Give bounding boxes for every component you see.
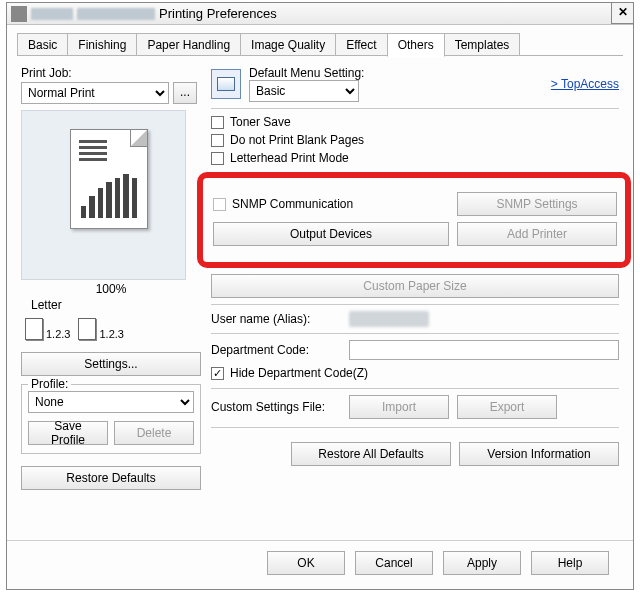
- window-title: Printing Preferences: [159, 6, 277, 21]
- tab-strip: Basic Finishing Paper Handling Image Qua…: [7, 25, 633, 56]
- default-menu-label: Default Menu Setting:: [249, 66, 364, 80]
- dialog-footer: OK Cancel Apply Help: [7, 540, 633, 589]
- snmp-communication-checkbox[interactable]: SNMP Communication: [213, 197, 449, 211]
- print-job-select[interactable]: Normal Print: [21, 82, 169, 104]
- highlight-box: [197, 172, 631, 268]
- tab-others[interactable]: Others: [387, 33, 445, 57]
- tab-templates[interactable]: Templates: [444, 33, 521, 56]
- profile-legend: Profile:: [28, 377, 71, 391]
- copies-row: 1.2.3 1.2.3: [25, 318, 197, 340]
- copies-stack-2: 1.2.3: [78, 318, 123, 340]
- snmp-settings-button[interactable]: SNMP Settings: [457, 192, 617, 216]
- close-button[interactable]: ✕: [611, 3, 633, 24]
- user-name-label: User name (Alias):: [211, 312, 341, 326]
- preview-page-icon: [70, 129, 148, 229]
- mini-page-icon: [25, 318, 43, 340]
- apply-button[interactable]: Apply: [443, 551, 521, 575]
- right-panel: Default Menu Setting: Basic > TopAccess …: [211, 66, 619, 526]
- add-printer-button[interactable]: Add Printer: [457, 222, 617, 246]
- toner-save-checkbox[interactable]: Toner Save: [211, 115, 619, 129]
- dept-code-label: Department Code:: [211, 343, 341, 357]
- titlebar: Printing Preferences ✕: [7, 3, 633, 25]
- dept-code-input[interactable]: [349, 340, 619, 360]
- profile-select[interactable]: None: [28, 391, 194, 413]
- print-job-more-button[interactable]: ...: [173, 82, 197, 104]
- page-preview: [21, 110, 186, 280]
- tab-effect[interactable]: Effect: [335, 33, 387, 56]
- left-panel: Print Job: Normal Print ...: [21, 66, 201, 526]
- cancel-button[interactable]: Cancel: [355, 551, 433, 575]
- output-devices-button[interactable]: Output Devices: [213, 222, 449, 246]
- default-menu-select[interactable]: Basic: [249, 80, 359, 102]
- export-button[interactable]: Export: [457, 395, 557, 419]
- mini-page-icon: [78, 318, 96, 340]
- custom-paper-size-button[interactable]: Custom Paper Size: [211, 274, 619, 298]
- delete-profile-button[interactable]: Delete: [114, 421, 194, 445]
- user-name-value-blurred: [349, 311, 429, 327]
- letterhead-checkbox[interactable]: Letterhead Print Mode: [211, 151, 619, 165]
- tab-image-quality[interactable]: Image Quality: [240, 33, 336, 56]
- title-blur-1: [31, 8, 73, 20]
- import-button[interactable]: Import: [349, 395, 449, 419]
- restore-defaults-button[interactable]: Restore Defaults: [21, 466, 201, 490]
- version-info-button[interactable]: Version Information: [459, 442, 619, 466]
- preview-paper: Letter: [31, 298, 201, 312]
- ok-button[interactable]: OK: [267, 551, 345, 575]
- blank-pages-checkbox[interactable]: Do not Print Blank Pages: [211, 133, 619, 147]
- custom-settings-label: Custom Settings File:: [211, 400, 341, 414]
- restore-all-defaults-button[interactable]: Restore All Defaults: [291, 442, 451, 466]
- default-menu-icon: [211, 69, 241, 99]
- tab-finishing[interactable]: Finishing: [67, 33, 137, 56]
- profile-group: Profile: None Save Profile Delete: [21, 384, 201, 454]
- hide-dept-checkbox[interactable]: Hide Department Code(Z): [211, 366, 619, 380]
- printer-icon: [11, 6, 27, 22]
- print-job-label: Print Job:: [21, 66, 201, 80]
- save-profile-button[interactable]: Save Profile: [28, 421, 108, 445]
- copies-stack-1: 1.2.3: [25, 318, 70, 340]
- help-button[interactable]: Help: [531, 551, 609, 575]
- preview-zoom: 100%: [21, 282, 201, 296]
- topaccess-link[interactable]: > TopAccess: [551, 77, 619, 91]
- settings-button[interactable]: Settings...: [21, 352, 201, 376]
- tab-basic[interactable]: Basic: [17, 33, 68, 56]
- title-blur-2: [77, 8, 155, 20]
- dialog-window: Printing Preferences ✕ Basic Finishing P…: [6, 2, 634, 590]
- tab-paper-handling[interactable]: Paper Handling: [136, 33, 241, 56]
